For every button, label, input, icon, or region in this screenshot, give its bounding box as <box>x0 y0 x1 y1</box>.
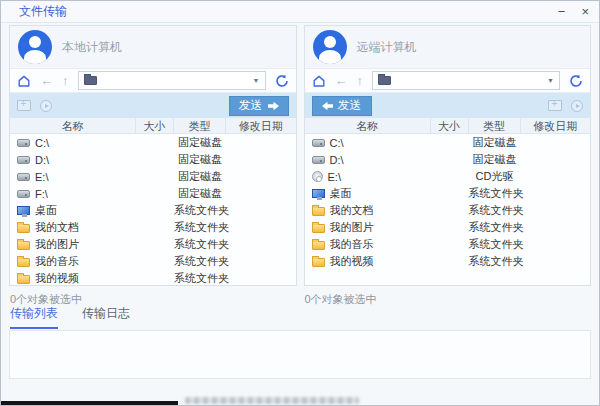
column-header-type[interactable]: 类型 <box>469 118 521 133</box>
folder-icon <box>312 224 325 233</box>
file-row[interactable]: F:\ 固定磁盘 <box>10 185 296 202</box>
file-name: C:\ <box>35 137 49 149</box>
file-type: 系统文件夹 <box>174 271 226 285</box>
refresh-icon[interactable] <box>569 74 583 88</box>
file-name: 我的视频 <box>330 254 374 269</box>
new-folder-icon[interactable] <box>548 100 562 111</box>
file-name: 我的视频 <box>35 271 79 285</box>
folder-icon <box>378 76 391 85</box>
drive-icon <box>312 139 325 147</box>
file-row[interactable]: 我的音乐 系统文件夹 <box>10 253 296 270</box>
file-type: 固定磁盘 <box>174 186 226 201</box>
send-right-label: 发送 <box>239 97 263 114</box>
file-name-cell: 我的图片 <box>10 237 136 252</box>
window-title: 文件传输 <box>19 3 67 20</box>
file-row[interactable]: 我的视频 系统文件夹 <box>10 270 296 285</box>
file-name: 我的音乐 <box>35 254 79 269</box>
refresh-icon[interactable] <box>275 74 289 88</box>
file-name: 我的文档 <box>330 203 374 218</box>
column-header-date[interactable]: 修改日期 <box>226 118 296 133</box>
send-left-button[interactable]: 发送 <box>312 96 372 116</box>
column-header-size[interactable]: 大小 <box>136 118 174 133</box>
open-icon[interactable] <box>571 100 583 112</box>
local-panel-column: 本地计算机 ← ↑ ▼ <box>9 25 297 307</box>
file-row[interactable]: 我的视频 系统文件夹 <box>305 253 591 270</box>
file-row[interactable]: E:\ 固定磁盘 <box>10 168 296 185</box>
drive-icon <box>17 139 30 147</box>
home-icon[interactable] <box>312 74 326 88</box>
send-right-button[interactable]: 发送 <box>229 96 289 116</box>
file-type: 固定磁盘 <box>174 135 226 150</box>
arrow-left-icon <box>322 101 333 111</box>
file-name-cell: D:\ <box>10 154 136 166</box>
file-name-cell: 我的音乐 <box>305 237 431 252</box>
bottom-edge-strip <box>1 401 178 405</box>
file-row[interactable]: D:\ 固定磁盘 <box>305 151 591 168</box>
computer-avatar-icon <box>18 30 52 64</box>
tab-transfer-list[interactable]: 传输列表 <box>10 305 58 329</box>
folder-icon <box>17 224 30 233</box>
file-row[interactable]: 我的图片 系统文件夹 <box>10 236 296 253</box>
file-name-cell: 我的视频 <box>10 271 136 285</box>
minimize-button[interactable]: − <box>558 5 566 19</box>
close-button[interactable]: × <box>581 5 589 19</box>
remote-panel-header: 远端计算机 <box>305 26 591 68</box>
file-name-cell: F:\ <box>10 188 136 200</box>
file-name: F:\ <box>35 188 48 200</box>
up-icon[interactable]: ↑ <box>357 74 364 87</box>
file-type: 系统文件夹 <box>174 203 226 218</box>
blurred-watermark <box>185 397 359 404</box>
folder-icon <box>312 207 325 216</box>
remote-panel-label: 远端计算机 <box>357 39 417 56</box>
file-row[interactable]: 我的音乐 系统文件夹 <box>305 236 591 253</box>
remote-path-dropdown[interactable]: ▼ <box>372 71 560 90</box>
file-name-cell: C:\ <box>305 137 431 149</box>
column-header-size[interactable]: 大小 <box>431 118 469 133</box>
file-row[interactable]: 我的图片 系统文件夹 <box>305 219 591 236</box>
column-header-name[interactable]: 名称 <box>305 118 431 133</box>
file-type: 固定磁盘 <box>174 169 226 184</box>
desktop-icon <box>312 189 325 198</box>
chevron-down-icon[interactable]: ▼ <box>547 77 554 84</box>
folder-icon <box>17 258 30 267</box>
chevron-down-icon[interactable]: ▼ <box>253 77 260 84</box>
up-icon[interactable]: ↑ <box>62 74 69 87</box>
file-name: 我的文档 <box>35 220 79 235</box>
file-row[interactable]: E:\ CD光驱 <box>305 168 591 185</box>
back-icon[interactable]: ← <box>40 74 53 87</box>
file-row[interactable]: 我的文档 系统文件夹 <box>10 219 296 236</box>
back-icon[interactable]: ← <box>335 74 348 87</box>
file-type: 系统文件夹 <box>174 254 226 269</box>
home-icon[interactable] <box>17 74 31 88</box>
file-row[interactable]: C:\ 固定磁盘 <box>305 134 591 151</box>
remote-nav-toolbar: ← ↑ ▼ <box>305 68 591 93</box>
drive-icon <box>17 173 30 181</box>
new-folder-icon[interactable] <box>17 100 31 111</box>
remote-file-list: C:\ 固定磁盘 D:\ 固定磁盘 E:\ CD光驱 桌面 系统文件夹 <box>305 134 591 285</box>
file-row[interactable]: C:\ 固定磁盘 <box>10 134 296 151</box>
open-icon[interactable] <box>40 100 52 112</box>
local-table-header: 名称 大小 类型 修改日期 <box>10 118 296 134</box>
file-type: 系统文件夹 <box>469 254 521 269</box>
column-header-date[interactable]: 修改日期 <box>521 118 591 133</box>
file-name-cell: 桌面 <box>10 203 136 218</box>
file-row[interactable]: 桌面 系统文件夹 <box>10 202 296 219</box>
local-disabled-actions <box>17 100 52 112</box>
file-type: 固定磁盘 <box>469 152 521 167</box>
remote-table-header: 名称 大小 类型 修改日期 <box>305 118 591 134</box>
file-row[interactable]: 桌面 系统文件夹 <box>305 185 591 202</box>
local-nav-toolbar: ← ↑ ▼ <box>10 68 296 93</box>
file-name: E:\ <box>35 171 48 183</box>
file-row[interactable]: D:\ 固定磁盘 <box>10 151 296 168</box>
file-name-cell: 桌面 <box>305 186 431 201</box>
file-row[interactable]: 我的文档 系统文件夹 <box>305 202 591 219</box>
file-type: 系统文件夹 <box>469 220 521 235</box>
column-header-name[interactable]: 名称 <box>10 118 136 133</box>
file-name-cell: 我的文档 <box>305 203 431 218</box>
tab-transfer-log[interactable]: 传输日志 <box>82 305 130 329</box>
local-path-dropdown[interactable]: ▼ <box>78 71 266 90</box>
file-name-cell: E:\ <box>305 171 431 183</box>
remote-disabled-actions <box>548 100 583 112</box>
column-header-type[interactable]: 类型 <box>174 118 226 133</box>
file-name: D:\ <box>35 154 49 166</box>
